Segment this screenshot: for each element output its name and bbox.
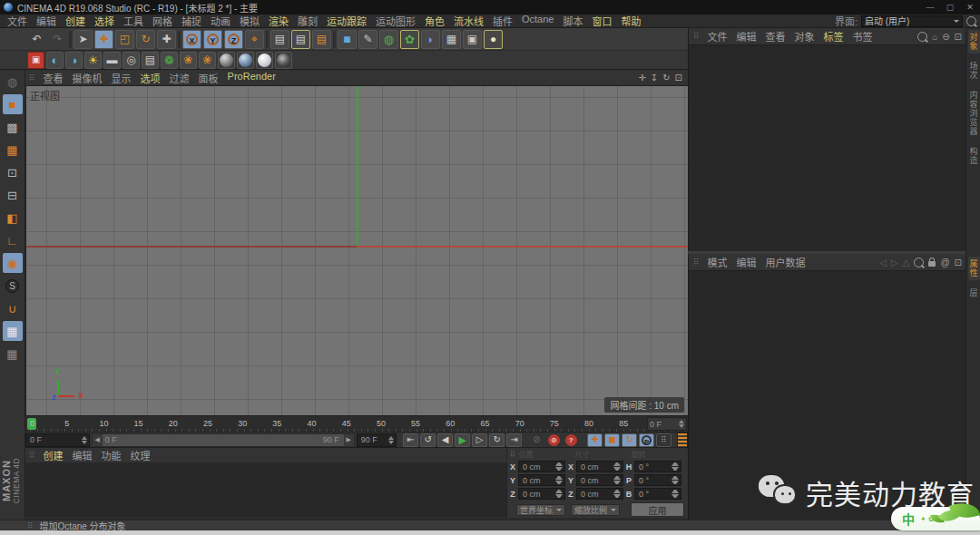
menu-item[interactable]: 帮助 [621,14,641,28]
viewport-solo-icon[interactable]: ◉ [3,253,23,273]
ime-language-indicator[interactable]: 中 [902,510,915,528]
timeline-ruler[interactable]: 051015202530354045505560657075808590 0 F [25,415,688,432]
add-mograph-icon[interactable]: ✿ [400,30,419,49]
add-deformer-icon[interactable]: ◗ [421,30,440,49]
rotation-field[interactable]: 0 ° [634,461,681,472]
ime-bar[interactable]: 中 ✦ ✿ [891,507,980,530]
lock-icon[interactable] [928,261,936,267]
rotation-field[interactable]: 0 ° [634,488,681,500]
spinner-icon[interactable] [671,462,679,471]
add-generator-icon[interactable]: ◍ [379,30,398,49]
redo-icon[interactable]: ↷ [48,30,67,49]
spinner-icon[interactable] [679,420,684,428]
menu-item[interactable]: 工具 [123,14,143,28]
menu-item[interactable]: 插件 [493,14,513,28]
sculpt-head-icon[interactable]: ◍ [3,72,23,92]
panel-handle-icon[interactable]: ⠿ [29,451,34,460]
add-spline-icon[interactable]: ✎ [358,30,377,49]
position-field[interactable]: 0 cm [518,461,565,472]
size-field[interactable]: 0 cm [576,474,623,486]
goto-start-button[interactable]: ⇤ [403,433,418,447]
object-menu-item[interactable]: 编辑 [737,29,757,44]
live-selection-icon[interactable]: ➤ [74,30,93,49]
timeline-window-icon[interactable] [677,433,688,448]
menu-item[interactable]: 创建 [65,14,85,28]
spinner-icon[interactable] [671,476,679,484]
lock-y-icon[interactable]: Y [203,30,222,49]
material-menu-item[interactable]: 编辑 [73,448,93,462]
polygons-mode-icon[interactable]: ◧ [3,208,23,228]
add-light-icon[interactable]: ● [484,30,503,49]
viewport-menu-item[interactable]: 摄像机 [73,71,103,85]
octane-viewport-icon[interactable]: ◑ [65,52,83,69]
side-tab[interactable]: 场次 [968,59,980,83]
minimize-button[interactable]: — [920,3,940,12]
spinner-icon[interactable] [613,476,621,484]
current-frame-field[interactable]: 0 F [25,433,90,447]
attribute-menu-item[interactable]: 模式 [708,255,728,269]
material-glossy-icon[interactable] [237,52,254,69]
add-environment-icon[interactable]: ▦ [442,30,461,49]
zoom-view-icon[interactable]: ↧ [651,73,658,83]
octane-ies-light-icon[interactable]: ▤ [142,52,159,69]
parent-object-icon[interactable]: △ [903,258,910,268]
search-icon[interactable] [917,32,927,42]
material-diffuse-icon[interactable] [218,52,235,69]
toggle-view-icon[interactable]: ⊡ [675,73,682,83]
side-tab[interactable]: 内容浏览器 [968,88,980,139]
search-icon[interactable] [914,258,924,268]
spinner-icon[interactable] [82,436,87,444]
material-menu-item[interactable]: 功能 [102,448,122,462]
menu-item[interactable]: 雕刻 [298,14,318,28]
home-icon[interactable]: ⌂ [932,32,937,42]
menu-item[interactable]: 脚本 [563,14,583,28]
menu-item[interactable]: 窗口 [592,14,612,28]
add-cube-icon[interactable]: ■ [338,30,357,49]
octane-render-icon[interactable]: ▣ [27,52,44,69]
viewport-menu-item[interactable]: 查看 [44,71,64,85]
menu-item[interactable]: 选择 [94,14,114,28]
edges-mode-icon[interactable]: ⊟ [3,185,23,205]
spinner-icon[interactable] [555,462,563,471]
viewport-menu-item[interactable]: 选项 [141,71,161,85]
side-tab[interactable]: 层 [968,286,980,300]
menu-item[interactable]: 渲染 [269,14,289,28]
position-field[interactable]: 0 cm [518,488,565,500]
rotate-view-icon[interactable]: ↻ [662,73,670,83]
spinner-icon[interactable] [613,462,621,471]
octane-plant-icon[interactable]: ❀ [199,52,216,69]
workplane-lock-icon[interactable]: ▦ [3,321,23,341]
menu-item[interactable]: 角色 [425,14,445,28]
search-icon[interactable] [966,16,976,26]
menu-item[interactable]: 捕捉 [181,14,201,28]
octane-daylight-icon[interactable]: ☀ [84,52,102,69]
goto-end-button[interactable]: ⇥ [506,433,522,447]
material-menu-item[interactable]: 创建 [44,448,64,462]
interface-select[interactable]: 启动 (用户) [861,15,963,27]
material-specular-icon[interactable] [256,52,273,69]
magnet-icon[interactable]: ∪ [3,298,23,318]
preview-range-slider[interactable]: ◀ 0 F 90 F ▶ [92,433,355,447]
transfer-mode-select[interactable]: 缩放比例 [571,504,620,516]
attribute-menu-item[interactable]: 编辑 [737,255,757,269]
material-menu-item[interactable]: 纹理 [131,448,151,462]
spinner-icon[interactable] [555,476,563,484]
key-scale-toggle[interactable]: ◼ [604,433,620,447]
rotate-tool-icon[interactable]: ↻ [136,30,155,49]
rotation-field[interactable]: 0 ° [634,474,681,486]
side-tab[interactable]: 构造 [968,144,980,168]
pan-view-icon[interactable]: ✛ [638,73,645,83]
octane-target-light-icon[interactable]: ◎ [122,52,140,69]
menu-item[interactable]: 流水线 [454,14,484,28]
spinner-icon[interactable] [671,490,679,498]
menu-item[interactable]: 模拟 [240,14,260,28]
object-menu-item[interactable]: 对象 [795,29,815,44]
size-field[interactable]: 0 cm [576,461,623,472]
next-frame-button[interactable]: ▷ [472,433,487,447]
menu-item[interactable]: 运动跟踪 [327,14,367,28]
workplane-icon[interactable]: ▦ [3,344,23,364]
material-list-area[interactable] [25,462,506,517]
history-back-icon[interactable]: ◁ [879,258,887,268]
panel-handle-icon[interactable]: ⠿ [510,450,515,459]
spinner-icon[interactable] [388,436,394,444]
